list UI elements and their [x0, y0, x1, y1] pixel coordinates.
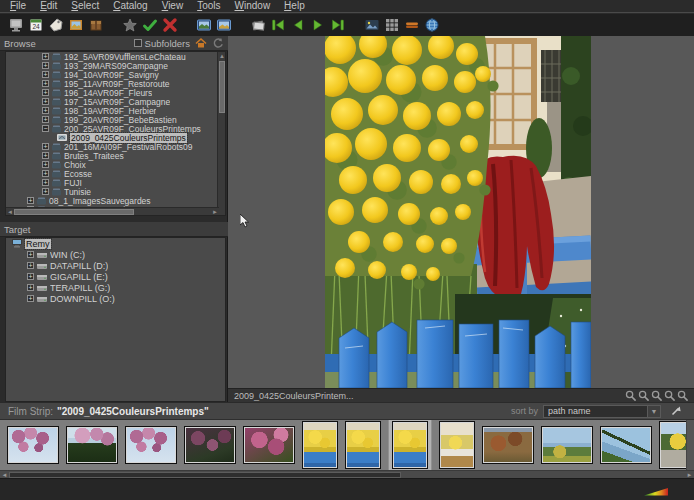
expand-icon[interactable]: + — [42, 71, 49, 78]
filmstrip-thumbnail[interactable] — [125, 426, 177, 464]
expand-icon[interactable]: + — [42, 98, 49, 105]
compare-image-b-icon[interactable] — [214, 16, 234, 34]
menu-edit[interactable]: Edit — [34, 0, 63, 12]
menu-select[interactable]: Select — [65, 0, 105, 12]
application-window: FileEditSelectCatalogViewToolsWindowHelp… — [0, 0, 694, 500]
expand-icon[interactable]: + — [42, 80, 49, 87]
expand-icon[interactable]: + — [42, 143, 49, 150]
monitor-icon[interactable] — [6, 16, 26, 34]
scrollbar-thumb[interactable] — [9, 472, 401, 478]
menu-window[interactable]: Window — [229, 0, 277, 12]
picture-icon[interactable] — [66, 16, 86, 34]
menu-tools[interactable]: Tools — [191, 0, 226, 12]
package-icon[interactable] — [86, 16, 106, 34]
reject-x-icon[interactable] — [160, 16, 180, 34]
thumbnail-frame — [7, 426, 59, 464]
zoom-fit-icon[interactable] — [677, 390, 688, 401]
expand-icon[interactable]: + — [42, 53, 49, 60]
zoom-in-icon[interactable] — [651, 390, 662, 401]
star-rating-icon[interactable] — [120, 16, 140, 34]
filmstrip-thumbnail[interactable] — [482, 426, 534, 464]
sort-dropdown[interactable]: path name ▼ — [543, 405, 661, 418]
scroll-right-icon[interactable]: ► — [685, 472, 694, 478]
expand-icon[interactable]: + — [42, 89, 49, 96]
scroll-up-icon[interactable]: ▲ — [218, 52, 226, 60]
expand-icon[interactable]: + — [27, 273, 34, 280]
browse-tree-vscrollbar[interactable]: ▲ — [217, 52, 225, 215]
expand-icon[interactable]: + — [27, 251, 34, 258]
zoom-fit-width-icon[interactable] — [664, 390, 675, 401]
zoom-actual-size-icon[interactable] — [638, 390, 649, 401]
filmstrip-scrollbar[interactable]: ◄ ► — [0, 470, 694, 478]
collapse-icon[interactable]: − — [42, 125, 49, 132]
previous-image-icon[interactable] — [288, 16, 308, 34]
target-tree-item[interactable]: +DOWNPILL (O:) — [6, 293, 225, 304]
scrollbar-thumb[interactable] — [219, 61, 225, 113]
first-image-icon[interactable] — [268, 16, 288, 34]
filmstrip-thumbnail[interactable] — [345, 421, 381, 469]
filmstrip-thumbnail[interactable] — [600, 426, 652, 464]
filmstrip-thumbnail[interactable] — [541, 426, 593, 464]
calendar-icon[interactable]: 24 — [26, 16, 46, 34]
expand-icon[interactable]: + — [42, 188, 49, 195]
scroll-left-icon[interactable]: ◄ — [6, 209, 14, 215]
target-tree-item[interactable]: +GIGAPILL (E:) — [6, 271, 225, 282]
compare-image-a-icon[interactable] — [194, 16, 214, 34]
thumbnail-image — [484, 428, 532, 462]
filmstrip-thumbnail[interactable] — [302, 421, 338, 469]
expand-icon[interactable]: + — [42, 62, 49, 69]
menu-file[interactable]: File — [4, 0, 32, 12]
expand-icon[interactable]: + — [42, 179, 49, 186]
folder-icon — [52, 53, 61, 61]
scroll-right-icon[interactable]: ► — [211, 209, 219, 215]
filmstrip-toggle-icon[interactable] — [402, 16, 422, 34]
target-tree-item[interactable]: +TERAPILL (G:) — [6, 282, 225, 293]
menu-help[interactable]: Help — [278, 0, 311, 12]
browse-tree-item[interactable]: +Brutes_Traitees — [6, 151, 225, 160]
expand-icon[interactable]: + — [27, 197, 34, 204]
image-viewer[interactable] — [228, 36, 694, 388]
home-icon[interactable] — [195, 37, 207, 49]
browse-tree-item[interactable]: +Choix — [6, 160, 225, 169]
chevron-down-icon[interactable]: ▼ — [647, 406, 660, 417]
approve-check-icon[interactable] — [140, 16, 160, 34]
scroll-left-icon[interactable]: ◄ — [0, 472, 9, 478]
slideshow-icon[interactable] — [362, 16, 382, 34]
filmstrip-thumbnail-selected[interactable] — [388, 420, 432, 470]
thumbnail-grid-icon[interactable] — [382, 16, 402, 34]
expand-icon[interactable]: + — [42, 170, 49, 177]
scrollbar-thumb[interactable] — [14, 209, 134, 215]
filmstrip-thumbnail[interactable] — [66, 426, 118, 464]
photo-stack-icon[interactable] — [248, 16, 268, 34]
filmstrip-thumbnail[interactable] — [184, 426, 236, 464]
tag-icon[interactable] — [46, 16, 66, 34]
expand-icon[interactable]: + — [27, 284, 34, 291]
expand-icon[interactable]: + — [27, 295, 34, 302]
refresh-icon[interactable] — [212, 37, 224, 49]
tree-item-label: DATAPILL (D:) — [50, 261, 108, 271]
browse-tree-hscrollbar[interactable]: ◄ ► — [6, 207, 219, 215]
filmstrip-thumbnail[interactable] — [659, 421, 686, 469]
subfolders-checkbox[interactable] — [134, 39, 142, 47]
expand-icon[interactable]: + — [27, 262, 34, 269]
diagonal-arrow-icon[interactable] — [670, 405, 682, 417]
expand-icon[interactable]: + — [42, 116, 49, 123]
expand-icon[interactable]: + — [42, 152, 49, 159]
filmstrip-thumbnail[interactable] — [243, 426, 295, 464]
expand-icon[interactable]: + — [42, 161, 49, 168]
menu-catalog[interactable]: Catalog — [107, 0, 153, 12]
menu-view[interactable]: View — [156, 0, 190, 12]
browse-tree-item[interactable]: +FUJI — [6, 178, 225, 187]
next-image-icon[interactable] — [308, 16, 328, 34]
target-tree-item[interactable]: Remy — [6, 238, 225, 249]
zoom-out-icon[interactable] — [625, 390, 636, 401]
last-image-icon[interactable] — [328, 16, 348, 34]
thumbnail-image — [245, 428, 293, 462]
expand-icon[interactable]: + — [42, 107, 49, 114]
target-tree-item[interactable]: +WIN (C:) — [6, 249, 225, 260]
target-tree-item[interactable]: +DATAPILL (D:) — [6, 260, 225, 271]
filmstrip-thumbnail[interactable] — [439, 421, 475, 469]
web-gallery-icon[interactable] — [422, 16, 442, 34]
browse-tree-item[interactable]: +Ecosse — [6, 169, 225, 178]
filmstrip-thumbnail[interactable] — [7, 426, 59, 464]
